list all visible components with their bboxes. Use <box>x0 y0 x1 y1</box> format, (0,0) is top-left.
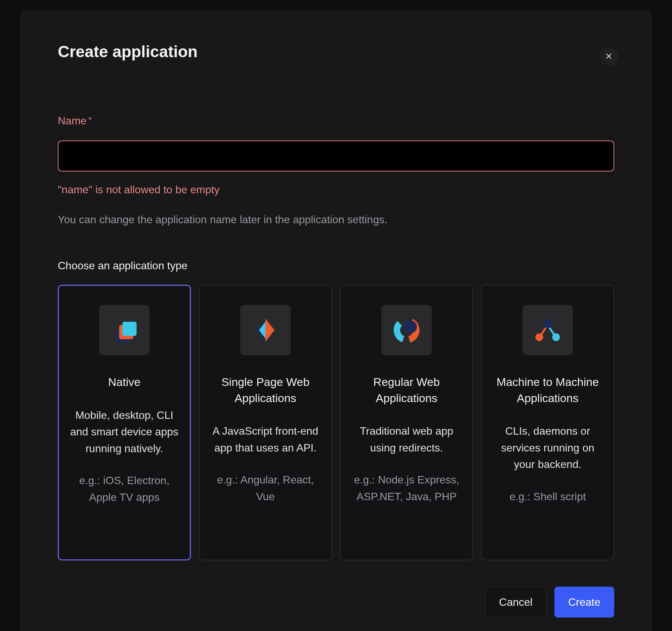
create-button[interactable]: Create <box>554 587 614 617</box>
svg-rect-4 <box>122 322 137 336</box>
regular-web-icon <box>381 305 432 355</box>
app-type-cards: Native Mobile, desktop, CLI and smart de… <box>58 285 614 560</box>
card-examples: e.g.: Shell script <box>509 488 586 505</box>
native-icon <box>99 305 149 355</box>
svg-point-10 <box>404 320 417 333</box>
name-label-text: Name <box>58 115 86 127</box>
card-title: Single Page Web Applications <box>210 374 321 406</box>
spa-icon <box>240 305 291 355</box>
card-examples: e.g.: Angular, React, Vue <box>210 472 321 505</box>
create-application-dialog: Create application Name * "name" is not … <box>20 10 652 631</box>
name-label: Name * <box>58 115 614 127</box>
name-field-group: Name * "name" is not allowed to be empty… <box>58 115 614 226</box>
card-description: A JavaScript front-end app that uses an … <box>210 423 321 456</box>
app-type-heading: Choose an application type <box>58 259 614 272</box>
card-examples: e.g.: Node.js Express, ASP.NET, Java, PH… <box>351 472 462 505</box>
svg-point-14 <box>535 333 543 341</box>
cancel-button[interactable]: Cancel <box>485 587 546 617</box>
card-title: Regular Web Applications <box>351 374 462 406</box>
card-title: Machine to Machine Applications <box>492 374 603 406</box>
close-icon <box>605 52 613 61</box>
svg-point-13 <box>543 319 552 328</box>
card-title: Native <box>108 374 140 390</box>
dialog-footer: Cancel Create <box>58 587 614 617</box>
app-type-card-m2m[interactable]: Machine to Machine Applications CLIs, da… <box>481 285 614 560</box>
app-type-card-regular[interactable]: Regular Web Applications Traditional web… <box>340 285 473 560</box>
card-examples: e.g.: iOS, Electron, Apple TV apps <box>69 472 180 506</box>
app-type-card-spa[interactable]: Single Page Web Applications A JavaScrip… <box>199 285 332 560</box>
card-description: Traditional web app using redirects. <box>351 423 462 456</box>
app-type-card-native[interactable]: Native Mobile, desktop, CLI and smart de… <box>58 285 191 560</box>
svg-point-15 <box>552 333 560 341</box>
m2m-icon <box>523 305 573 355</box>
required-asterisk: * <box>88 115 91 125</box>
card-description: Mobile, desktop, CLI and smart device ap… <box>69 407 180 457</box>
name-error-message: "name" is not allowed to be empty <box>58 184 614 196</box>
close-button[interactable] <box>599 47 618 66</box>
name-help-message: You can change the application name late… <box>58 213 614 226</box>
name-input[interactable] <box>58 141 614 171</box>
card-description: CLIs, daemons or services running on you… <box>492 423 603 473</box>
dialog-title: Create application <box>58 42 614 61</box>
svg-marker-5 <box>265 318 274 342</box>
